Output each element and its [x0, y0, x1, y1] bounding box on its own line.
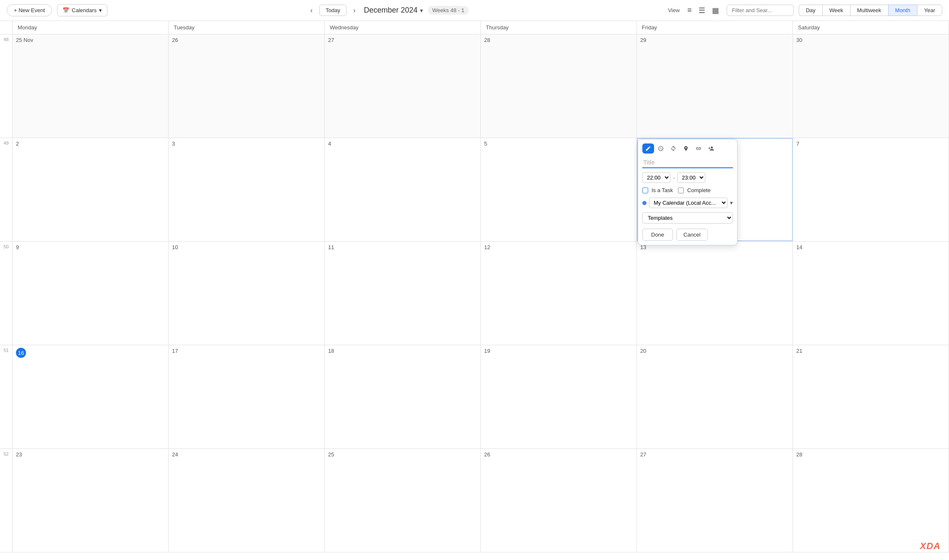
- popup-pencil-icon-btn[interactable]: [642, 143, 654, 154]
- day-header-wednesday: Wednesday: [325, 21, 481, 34]
- view-grid-icon[interactable]: ▦: [709, 4, 722, 17]
- day-number-dec14: 14: [796, 244, 802, 250]
- calendar-dot: [642, 201, 647, 205]
- day-cell-nov30[interactable]: 30: [793, 34, 949, 138]
- tab-year[interactable]: Year: [917, 5, 942, 16]
- day-cell-dec20[interactable]: 20: [637, 345, 793, 448]
- day-cell-dec2[interactable]: 2: [13, 138, 169, 241]
- week-num-50: 50: [0, 242, 13, 345]
- day-cell-nov28[interactable]: 28: [481, 34, 637, 138]
- day-number-dec12: 12: [484, 244, 490, 250]
- day-number-nov29: 29: [640, 37, 646, 43]
- day-cell-dec19[interactable]: 19: [481, 345, 637, 448]
- day-cell-dec28[interactable]: 28: [793, 449, 949, 552]
- task-row: Is a Task Complete: [642, 187, 733, 193]
- calendar-week-51: 51 16 17 18 19 20 21: [0, 345, 949, 449]
- day-cell-dec18[interactable]: 18: [325, 345, 481, 448]
- week-num-48: 48: [0, 34, 13, 138]
- week-num-51: 51: [0, 345, 13, 448]
- day-cell-dec21[interactable]: 21: [793, 345, 949, 448]
- day-cell-dec27[interactable]: 27: [637, 449, 793, 552]
- popup-person-plus-icon-btn[interactable]: [705, 143, 717, 154]
- day-cell-dec3[interactable]: 3: [169, 138, 325, 241]
- calendar-week-49: 49 2 3 4 5 6: [0, 138, 949, 242]
- done-button[interactable]: Done: [642, 229, 673, 241]
- day-cell-nov25[interactable]: 25 Nov: [13, 34, 169, 138]
- day-number-dec9: 9: [16, 244, 19, 250]
- day-cell-dec17[interactable]: 17: [169, 345, 325, 448]
- day-cell-dec11[interactable]: 11: [325, 242, 481, 345]
- toolbar-right: View ≡ ☰ ▦ Day Week Multiweek Month Year: [668, 4, 942, 17]
- day-cell-dec24[interactable]: 24: [169, 449, 325, 552]
- tab-multiweek[interactable]: Multiweek: [850, 5, 888, 16]
- popup-icon-row: [642, 143, 733, 154]
- month-dropdown-arrow: ▾: [420, 7, 423, 14]
- view-list-icon[interactable]: ☰: [696, 4, 708, 17]
- day-cell-dec16[interactable]: 16: [13, 345, 169, 448]
- day-cell-dec25[interactable]: 25: [325, 449, 481, 552]
- day-number-dec3: 3: [172, 141, 175, 147]
- calendar-week-48: 48 25 Nov 26 27 28 29 30: [0, 34, 949, 138]
- calendar-select-row: My Calendar (Local Acc... ▾: [642, 198, 733, 208]
- today-button[interactable]: Today: [319, 5, 347, 16]
- day-cell-nov29[interactable]: 29: [637, 34, 793, 138]
- day-number-dec21: 21: [796, 348, 802, 354]
- day-cell-dec6[interactable]: 6: [637, 138, 793, 241]
- day-cell-nov27[interactable]: 27: [325, 34, 481, 138]
- day-header-thursday: Thursday: [481, 21, 637, 34]
- next-button[interactable]: ›: [350, 5, 359, 16]
- day-header-monday: Monday: [13, 21, 169, 34]
- calendars-label: Calendars: [72, 7, 96, 13]
- day-number-nov27: 27: [328, 37, 334, 43]
- day-cell-nov26[interactable]: 26: [169, 34, 325, 138]
- calendar-select[interactable]: My Calendar (Local Acc...: [649, 198, 727, 208]
- day-number-dec27: 27: [640, 451, 646, 458]
- day-number-nov25: 25 Nov: [16, 37, 33, 43]
- day-number-nov28: 28: [484, 37, 490, 43]
- popup-title-input[interactable]: [642, 157, 733, 168]
- day-header-saturday: Saturday: [793, 21, 949, 34]
- popup-link-icon-btn[interactable]: [693, 143, 704, 154]
- calendar-dropdown-arrow: ▾: [730, 200, 733, 206]
- watermark: XDA: [920, 540, 941, 552]
- day-cell-dec13[interactable]: 13: [637, 242, 793, 345]
- popup-repeat-icon-btn[interactable]: [667, 143, 679, 154]
- day-cell-dec12[interactable]: 12: [481, 242, 637, 345]
- day-number-dec20: 20: [640, 348, 646, 354]
- popup-clock-icon-btn[interactable]: [655, 143, 667, 154]
- templates-select[interactable]: Templates: [642, 212, 733, 224]
- view-icons: ≡ ☰ ▦: [685, 4, 722, 17]
- day-number-dec28: 28: [796, 451, 802, 458]
- tab-week[interactable]: Week: [822, 5, 850, 16]
- month-title[interactable]: December 2024 ▾: [364, 6, 423, 15]
- time-end-select[interactable]: 23:00: [677, 172, 705, 183]
- time-start-select[interactable]: 22:00: [642, 172, 670, 183]
- day-cell-dec5[interactable]: 5: [481, 138, 637, 241]
- day-number-nov26: 26: [172, 37, 178, 43]
- popup-location-icon-btn[interactable]: [680, 143, 692, 154]
- tab-month[interactable]: Month: [888, 5, 917, 16]
- day-cell-dec23[interactable]: 23: [13, 449, 169, 552]
- day-cell-dec26[interactable]: 26: [481, 449, 637, 552]
- calendars-button[interactable]: 📅 Calendars ▾: [57, 4, 107, 16]
- week-num-52: 52: [0, 449, 13, 552]
- prev-button[interactable]: ‹: [307, 5, 316, 16]
- complete-checkbox[interactable]: [678, 188, 684, 193]
- weeks-badge: Weeks 48 - 1: [428, 6, 468, 15]
- day-cell-dec9[interactable]: 9: [13, 242, 169, 345]
- week-num-header: [0, 21, 13, 34]
- day-cell-dec7[interactable]: 7: [793, 138, 949, 241]
- filter-input[interactable]: [727, 5, 794, 16]
- day-cell-dec10[interactable]: 10: [169, 242, 325, 345]
- day-cell-dec14[interactable]: 14: [793, 242, 949, 345]
- view-compact-icon[interactable]: ≡: [685, 4, 694, 16]
- tab-day[interactable]: Day: [799, 5, 822, 16]
- is-task-checkbox[interactable]: [642, 188, 648, 193]
- cancel-button[interactable]: Cancel: [676, 229, 707, 241]
- top-toolbar: + New Event 📅 Calendars ▾ ‹ Today › Dece…: [0, 0, 949, 21]
- day-number-dec25: 25: [328, 451, 334, 458]
- day-cell-dec4[interactable]: 4: [325, 138, 481, 241]
- new-event-button[interactable]: + New Event: [7, 4, 52, 16]
- day-number-dec10: 10: [172, 244, 178, 250]
- day-number-dec2: 2: [16, 141, 19, 147]
